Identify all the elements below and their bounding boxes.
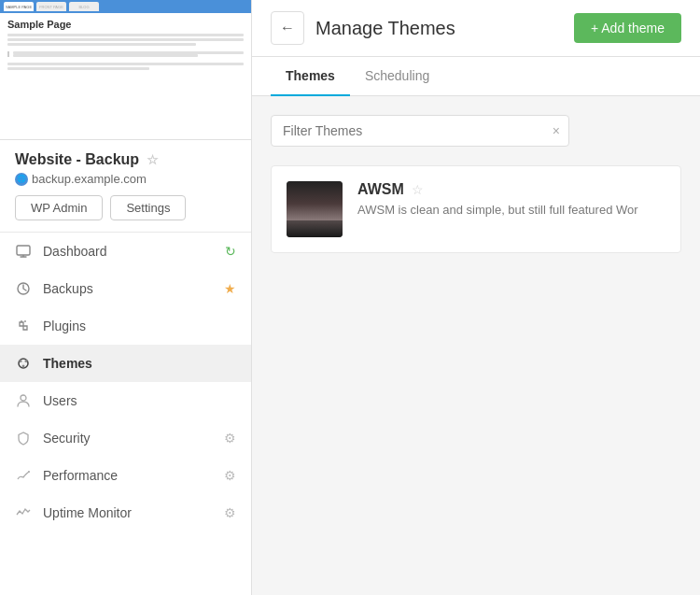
filter-bar: × — [271, 115, 681, 147]
globe-icon: 🌐 — [15, 173, 28, 186]
gear-icon: ⚙ — [224, 431, 236, 446]
dashboard-badge: ↻ — [225, 244, 236, 259]
mock-line — [7, 43, 196, 46]
site-buttons: WP Admin Settings — [15, 195, 236, 220]
sidebar-item-performance[interactable]: Performance ⚙ — [0, 457, 251, 494]
gear-icon: ⚙ — [224, 468, 236, 483]
site-favorite-star[interactable]: ☆ — [147, 152, 159, 167]
mock-blockquote — [7, 51, 244, 57]
mock-line — [7, 38, 244, 41]
theme-thumb-overlay — [287, 220, 343, 237]
tab-themes[interactable]: Themes — [271, 57, 350, 96]
mock-line — [7, 67, 149, 70]
sidebar-label-themes: Themes — [43, 356, 92, 371]
nav-list: Dashboard ↻ Backups ★ — [0, 233, 251, 595]
filter-clear-button[interactable]: × — [553, 123, 560, 138]
sidebar-label-uptime-monitor: Uptime Monitor — [43, 505, 132, 520]
filter-themes-input[interactable] — [271, 115, 569, 147]
mock-tab-1: SAMPLE PAGE — [4, 2, 34, 11]
sidebar-item-dashboard[interactable]: Dashboard ↻ — [0, 233, 251, 270]
mock-line — [7, 34, 244, 36]
sidebar-item-plugins[interactable]: Plugins — [0, 307, 251, 345]
sidebar-item-uptime-monitor[interactable]: Uptime Monitor ⚙ — [0, 494, 251, 531]
mock-line — [7, 63, 244, 65]
mock-tab-3: BLOG — [69, 2, 99, 11]
site-preview: SAMPLE PAGE FRONT PAGE BLOG Sample Page — [0, 0, 251, 233]
sidebar-item-users[interactable]: Users — [0, 382, 251, 419]
site-screenshot: SAMPLE PAGE FRONT PAGE BLOG Sample Page — [0, 0, 251, 140]
plugins-icon — [15, 318, 32, 334]
theme-info: AWSM ☆ AWSM is clean and simple, but sti… — [357, 181, 665, 219]
users-icon — [15, 392, 32, 409]
warning-icon: ★ — [224, 281, 236, 296]
back-button[interactable]: ← — [271, 11, 304, 45]
screenshot-mock: SAMPLE PAGE FRONT PAGE BLOG Sample Page — [0, 0, 251, 139]
add-theme-button[interactable]: + Add theme — [574, 13, 681, 43]
content-area: × AWSM ☆ AWSM is cl — [252, 96, 700, 595]
security-badge: ⚙ — [224, 431, 236, 446]
backups-icon — [15, 280, 32, 297]
main-content: ← Manage Themes + Add theme Themes Sched… — [252, 0, 700, 595]
security-icon — [15, 430, 32, 446]
sidebar-label-dashboard: Dashboard — [43, 244, 107, 259]
svg-point-7 — [20, 360, 22, 362]
svg-point-11 — [28, 471, 30, 473]
site-name-text: Website - Backup — [15, 151, 139, 168]
svg-point-8 — [25, 360, 28, 362]
theme-list: AWSM ☆ AWSM is clean and simple, but sti… — [271, 165, 681, 253]
theme-thumbnail-image — [287, 181, 343, 237]
site-url: 🌐 backup.example.com — [15, 172, 236, 186]
backups-badge: ★ — [224, 281, 236, 296]
filter-input-wrapper: × — [271, 115, 569, 147]
sidebar-item-themes[interactable]: Themes — [0, 345, 251, 382]
sidebar-label-performance: Performance — [43, 468, 118, 483]
tab-scheduling[interactable]: Scheduling — [350, 57, 444, 96]
wp-admin-button[interactable]: WP Admin — [15, 195, 103, 220]
page-title: Manage Themes — [315, 18, 563, 39]
theme-name: AWSM — [357, 181, 404, 198]
mock-line — [13, 54, 198, 57]
uptime-badge: ⚙ — [224, 505, 236, 520]
uptime-icon — [15, 504, 32, 521]
sidebar-label-security: Security — [43, 431, 91, 446]
main-header: ← Manage Themes + Add theme — [252, 0, 700, 57]
sidebar-label-users: Users — [43, 393, 77, 408]
sidebar-item-security[interactable]: Security ⚙ — [0, 419, 251, 457]
sidebar-label-backups: Backups — [43, 281, 93, 296]
theme-name-row: AWSM ☆ — [357, 181, 665, 198]
svg-point-10 — [21, 395, 26, 401]
mock-toolbar: SAMPLE PAGE FRONT PAGE BLOG — [0, 0, 251, 13]
refresh-icon: ↻ — [225, 244, 236, 259]
performance-icon — [15, 467, 32, 484]
gear-icon: ⚙ — [224, 505, 236, 520]
svg-rect-0 — [17, 246, 30, 255]
monitor-icon — [15, 243, 32, 260]
app-container: SAMPLE PAGE FRONT PAGE BLOG Sample Page — [0, 0, 700, 595]
svg-point-9 — [22, 365, 25, 368]
settings-button[interactable]: Settings — [110, 195, 186, 220]
sidebar-label-plugins: Plugins — [43, 319, 86, 333]
themes-icon — [15, 355, 32, 372]
site-info: Website - Backup ☆ 🌐 backup.example.com … — [0, 140, 251, 232]
tabs-bar: Themes Scheduling — [252, 57, 700, 96]
theme-description: AWSM is clean and simple, but still full… — [357, 202, 665, 219]
sidebar: SAMPLE PAGE FRONT PAGE BLOG Sample Page — [0, 0, 252, 595]
performance-badge: ⚙ — [224, 468, 236, 483]
mock-lines — [7, 34, 244, 70]
site-url-text: backup.example.com — [32, 172, 147, 186]
theme-item: AWSM ☆ AWSM is clean and simple, but sti… — [271, 165, 681, 253]
mock-content: Sample Page — [0, 13, 251, 139]
site-name: Website - Backup ☆ — [15, 151, 236, 168]
sidebar-item-backups[interactable]: Backups ★ — [0, 270, 251, 307]
mock-tab-2: FRONT PAGE — [36, 2, 66, 11]
theme-favorite-star[interactable]: ☆ — [412, 182, 424, 197]
mock-page-title: Sample Page — [7, 19, 244, 30]
theme-thumbnail — [287, 181, 343, 237]
